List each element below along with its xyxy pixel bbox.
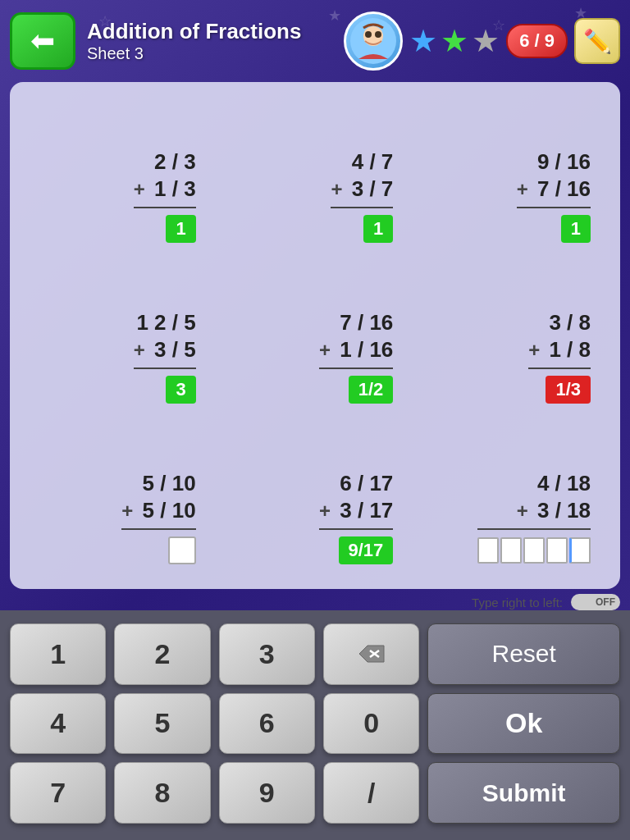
problem-9-line bbox=[477, 528, 591, 530]
problem-6-answer: 1/3 bbox=[546, 376, 591, 404]
problem-6-top: 3 / 8 bbox=[549, 310, 591, 336]
answer-input-9[interactable] bbox=[477, 537, 591, 564]
key-5[interactable]: 5 bbox=[114, 693, 210, 755]
sheet-label: Sheet 3 bbox=[87, 44, 344, 63]
problem-2: 4 / 7 + 3 / 7 1 bbox=[221, 98, 410, 251]
problem-1-top: 2 / 3 bbox=[154, 149, 196, 175]
header: ⬅ Addition of Fractions Sheet 3 ★ ★ ★ 6 … bbox=[0, 0, 630, 82]
back-arrow-icon: ⬅ bbox=[30, 26, 55, 56]
svg-point-2 bbox=[365, 31, 372, 38]
problem-4-answer: 3 bbox=[166, 376, 195, 404]
problem-5: 7 / 16 + 1 / 16 1/2 bbox=[221, 259, 410, 412]
key-backspace[interactable] bbox=[323, 623, 419, 685]
problem-8-line bbox=[319, 528, 393, 530]
problem-3: 9 / 16 + 7 / 16 1 bbox=[418, 98, 607, 251]
problem-5-answer: 1/2 bbox=[349, 376, 394, 404]
star-3: ★ bbox=[472, 23, 500, 59]
problem-7-answer bbox=[168, 536, 196, 564]
problem-6: 3 / 8 + 1 / 8 1/3 bbox=[418, 259, 607, 412]
star-2: ★ bbox=[441, 23, 468, 59]
problem-8: 6 / 17 + 3 / 17 9/17 bbox=[221, 420, 410, 573]
problem-5-line bbox=[319, 368, 393, 369]
problem-4-bottom: + 3 / 5 bbox=[134, 337, 196, 363]
svg-marker-4 bbox=[359, 646, 384, 662]
problem-7-line bbox=[121, 528, 195, 530]
key-3[interactable]: 3 bbox=[219, 623, 315, 685]
problem-3-answer: 1 bbox=[561, 215, 591, 243]
toggle-label: Type right to left: bbox=[472, 596, 563, 609]
score-badge: 6 / 9 bbox=[506, 24, 568, 58]
problem-8-answer: 9/17 bbox=[339, 536, 394, 564]
problem-8-top: 6 / 17 bbox=[340, 471, 393, 496]
problem-8-bottom: + 3 / 17 bbox=[319, 498, 393, 523]
problem-5-top: 7 / 16 bbox=[340, 310, 393, 336]
problem-1-line bbox=[134, 207, 196, 208]
problem-9-answer bbox=[477, 536, 591, 564]
problem-2-answer: 1 bbox=[363, 215, 393, 243]
toggle-switch[interactable]: OFF bbox=[571, 594, 620, 610]
problem-2-line bbox=[331, 207, 393, 208]
worksheet: 2 / 3 + 1 / 3 1 4 / 7 + 3 / 7 1 bbox=[10, 82, 620, 589]
problem-7: 5 / 10 + 5 / 10 bbox=[23, 420, 212, 573]
key-6[interactable]: 6 bbox=[219, 693, 315, 755]
problem-1-bottom: + 1 / 3 bbox=[134, 176, 196, 202]
problem-9: 4 / 18 + 3 / 18 bbox=[418, 420, 607, 573]
title-area: Addition of Fractions Sheet 3 bbox=[87, 19, 344, 63]
problems-grid: 2 / 3 + 1 / 3 1 4 / 7 + 3 / 7 1 bbox=[23, 98, 607, 573]
toggle-state: OFF bbox=[596, 596, 615, 608]
problem-6-line bbox=[528, 368, 591, 369]
key-9[interactable]: 9 bbox=[219, 762, 315, 824]
problem-4-top: 1 2 / 5 bbox=[136, 310, 195, 336]
key-slash[interactable]: / bbox=[323, 762, 419, 824]
problem-5-bottom: + 1 / 16 bbox=[319, 337, 393, 363]
submit-button[interactable]: Submit bbox=[427, 762, 620, 824]
problem-9-top: 4 / 18 bbox=[537, 471, 591, 496]
reset-button[interactable]: Reset bbox=[427, 623, 620, 685]
problem-4-line bbox=[134, 368, 196, 369]
key-4[interactable]: 4 bbox=[10, 693, 106, 755]
header-right: ★ ★ ★ 6 / 9 ✏️ bbox=[344, 11, 620, 71]
problem-3-line bbox=[517, 207, 591, 208]
key-0[interactable]: 0 bbox=[323, 693, 419, 755]
problem-1: 2 / 3 + 1 / 3 1 bbox=[23, 98, 212, 251]
problem-6-bottom: + 1 / 8 bbox=[528, 337, 591, 363]
back-button[interactable]: ⬅ bbox=[10, 12, 75, 70]
key-1[interactable]: 1 bbox=[10, 623, 106, 685]
problem-9-bottom: + 3 / 18 bbox=[517, 498, 591, 523]
problem-3-top: 9 / 16 bbox=[537, 149, 591, 175]
answer-input-7[interactable] bbox=[168, 536, 196, 564]
problem-3-bottom: + 7 / 16 bbox=[517, 176, 591, 202]
problem-1-answer: 1 bbox=[166, 215, 195, 243]
problem-7-top: 5 / 10 bbox=[143, 471, 196, 496]
problem-7-bottom: + 5 / 10 bbox=[121, 498, 195, 523]
keypad: 1 2 3 Reset 4 5 6 0 Ok 7 8 9 / Submit bbox=[0, 610, 630, 840]
page-title: Addition of Fractions bbox=[87, 19, 344, 44]
ok-button[interactable]: Ok bbox=[427, 693, 620, 755]
pencil-button[interactable]: ✏️ bbox=[574, 18, 620, 64]
problem-2-bottom: + 3 / 7 bbox=[331, 176, 393, 202]
stars-area: ★ ★ ★ bbox=[409, 23, 500, 59]
problem-4: 1 2 / 5 + 3 / 5 3 bbox=[23, 259, 212, 412]
star-1: ★ bbox=[409, 23, 437, 59]
key-7[interactable]: 7 bbox=[10, 762, 106, 824]
avatar bbox=[344, 11, 403, 71]
problem-2-top: 4 / 7 bbox=[352, 149, 394, 175]
key-8[interactable]: 8 bbox=[114, 762, 210, 824]
key-2[interactable]: 2 bbox=[114, 623, 210, 685]
svg-point-3 bbox=[375, 31, 381, 38]
